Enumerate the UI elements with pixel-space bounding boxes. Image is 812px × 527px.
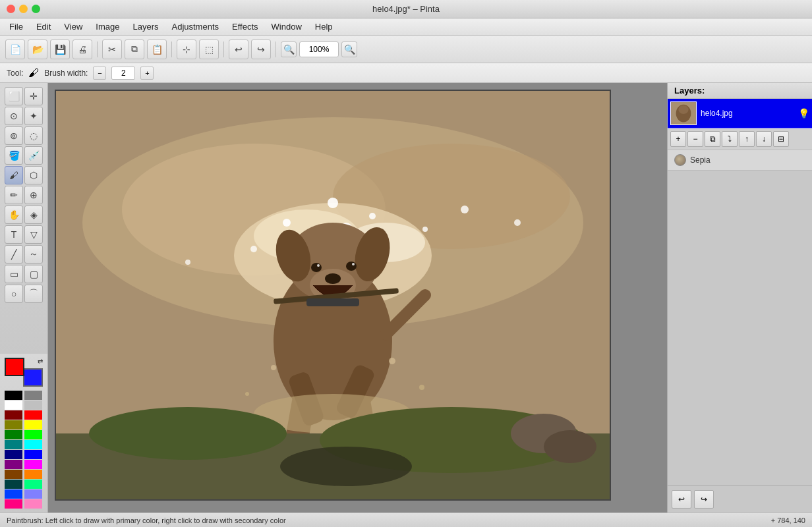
- palette-color-14[interactable]: [5, 460, 22, 469]
- palette-color-20[interactable]: [5, 489, 22, 499]
- add-layer-button[interactable]: +: [670, 131, 686, 147]
- undo-btn[interactable]: ↩: [229, 40, 248, 59]
- cut-btn[interactable]: ✂: [102, 40, 122, 59]
- tool-ellipse[interactable]: ○: [5, 285, 23, 303]
- palette-color-22[interactable]: [5, 499, 22, 509]
- tool-rectangle[interactable]: ▭: [5, 265, 23, 283]
- canvas-image: [56, 91, 610, 499]
- palette-color-8[interactable]: [5, 430, 22, 439]
- swap-colors-icon[interactable]: ⇄: [38, 358, 43, 365]
- palette-color-16[interactable]: [5, 470, 22, 479]
- tool-move-selected[interactable]: ✦: [24, 107, 43, 125]
- print-btn[interactable]: 🖨: [72, 40, 92, 59]
- background-color-swatch[interactable]: [23, 368, 43, 387]
- tool-clone-stamp[interactable]: ⊕: [24, 186, 43, 204]
- crop-btn[interactable]: ⬚: [199, 40, 219, 59]
- move-layer-down-button[interactable]: ↓: [756, 131, 772, 147]
- svg-point-35: [89, 407, 287, 460]
- merge-layer-button[interactable]: ⤵: [722, 131, 738, 147]
- palette-color-9[interactable]: [24, 430, 42, 439]
- tool-rectangle-select[interactable]: ⬜: [5, 87, 23, 105]
- palette-color-5[interactable]: [24, 410, 42, 420]
- palette-color-7[interactable]: [24, 420, 42, 430]
- window-title: helo4.jpg* – Pinta: [372, 4, 440, 14]
- tool-pan[interactable]: ✋: [5, 206, 23, 224]
- menu-item-adjustments[interactable]: Adjustments: [166, 20, 224, 33]
- menu-item-effects[interactable]: Effects: [227, 20, 264, 33]
- palette-color-2[interactable]: [5, 401, 22, 410]
- palette-color-1[interactable]: [24, 391, 42, 400]
- palette-color-15[interactable]: [24, 460, 42, 469]
- tool-magic-wand[interactable]: ⊚: [5, 126, 23, 145]
- layer-visibility-icon[interactable]: 💡: [798, 108, 809, 119]
- move-selection-btn[interactable]: ⊹: [177, 40, 196, 59]
- tool-lasso-select[interactable]: ⊙: [5, 107, 23, 125]
- palette-color-4[interactable]: [5, 410, 22, 420]
- menu-item-layers[interactable]: Layers: [127, 20, 163, 33]
- palette-color-0[interactable]: [5, 391, 22, 400]
- foreground-color-swatch[interactable]: [5, 358, 24, 376]
- brush-width-input[interactable]: [111, 67, 135, 80]
- palette-color-19[interactable]: [24, 480, 42, 489]
- maximize-button[interactable]: [32, 5, 40, 13]
- brush-width-decrease-button[interactable]: −: [93, 67, 106, 80]
- tool-paint-bucket[interactable]: 🪣: [5, 146, 23, 165]
- tool-move-selection[interactable]: ✛: [24, 87, 43, 105]
- palette-color-21[interactable]: [24, 489, 42, 499]
- menu-item-window[interactable]: Window: [266, 20, 307, 33]
- palette-color-3[interactable]: [24, 401, 42, 410]
- close-button[interactable]: [7, 5, 15, 13]
- canvas-area[interactable]: [48, 83, 667, 513]
- zoom-in-button[interactable]: 🔍: [341, 42, 357, 57]
- palette-color-10[interactable]: [5, 440, 22, 449]
- delete-layer-button[interactable]: −: [687, 131, 703, 147]
- menu-item-view[interactable]: View: [59, 20, 88, 33]
- open-btn[interactable]: 📂: [28, 40, 47, 59]
- redo-btn[interactable]: ↪: [251, 40, 271, 59]
- menu-item-file[interactable]: File: [4, 20, 28, 33]
- tool-row: ⬜✛: [5, 87, 43, 105]
- palette-color-23[interactable]: [24, 499, 42, 509]
- tool-ellipse-select[interactable]: ◌: [24, 126, 43, 145]
- tool-pencil[interactable]: ✏: [5, 186, 23, 204]
- copy-btn[interactable]: ⧉: [125, 40, 144, 59]
- palette-color-12[interactable]: [5, 450, 22, 459]
- tool-gradient[interactable]: ▽: [24, 225, 43, 244]
- tool-line[interactable]: ╱: [5, 245, 23, 264]
- layers-header: Layers:: [668, 83, 812, 99]
- tool-bezier[interactable]: ～: [24, 245, 43, 264]
- toolbar-separator: [223, 42, 224, 57]
- zoom-input[interactable]: [299, 42, 339, 57]
- tool-paintbrush[interactable]: 🖌: [5, 166, 23, 184]
- panel-redo-button[interactable]: ↪: [694, 490, 714, 509]
- palette-color-13[interactable]: [24, 450, 42, 459]
- toolbox: ⬜✛⊙✦⊚◌🪣💉🖌⬡✏⊕✋◈T▽╱～▭▢○⌒: [0, 83, 47, 354]
- menu-item-help[interactable]: Help: [310, 20, 338, 33]
- palette-color-18[interactable]: [5, 480, 22, 489]
- tool-freeform[interactable]: ⌒: [24, 285, 43, 303]
- tool-text[interactable]: T: [5, 225, 23, 244]
- palette-color-6[interactable]: [5, 420, 22, 430]
- flatten-button[interactable]: ⊟: [773, 131, 789, 147]
- tool-eyedropper[interactable]: 💉: [24, 146, 43, 165]
- tool-recolor[interactable]: ◈: [24, 206, 43, 224]
- brush-width-increase-button[interactable]: +: [140, 67, 154, 80]
- duplicate-layer-button[interactable]: ⧉: [705, 131, 720, 147]
- new-btn[interactable]: 📄: [5, 40, 25, 59]
- zoom-out-button[interactable]: 🔍: [281, 42, 297, 57]
- tool-row: ✋◈: [5, 206, 43, 224]
- palette-color-17[interactable]: [24, 470, 42, 479]
- paste-btn[interactable]: 📋: [147, 40, 167, 59]
- color-swatches-area: ⇄: [5, 358, 43, 387]
- menu-item-edit[interactable]: Edit: [31, 20, 56, 33]
- menu-item-image[interactable]: Image: [90, 20, 125, 33]
- palette-color-11[interactable]: [24, 440, 42, 449]
- minimize-button[interactable]: [19, 5, 28, 13]
- panel-undo-button[interactable]: ↩: [672, 490, 691, 509]
- save-btn[interactable]: 💾: [50, 40, 70, 59]
- titlebar: helo4.jpg* – Pinta: [0, 0, 812, 18]
- options-bar: Tool:🖌Brush width:−+: [0, 63, 812, 83]
- move-layer-up-button[interactable]: ↑: [739, 131, 755, 147]
- tool-eraser[interactable]: ⬡: [24, 166, 43, 184]
- tool-rounded-rect[interactable]: ▢: [24, 265, 43, 283]
